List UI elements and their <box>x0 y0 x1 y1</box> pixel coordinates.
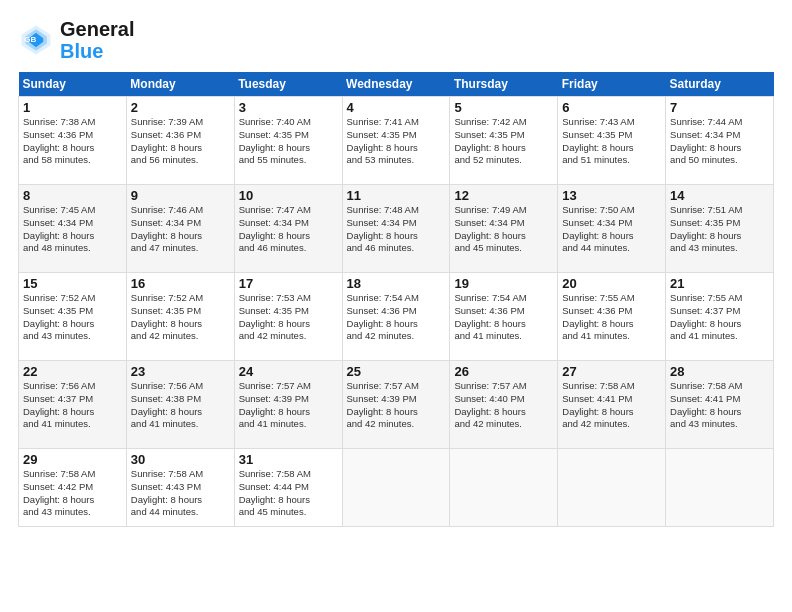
day-info: Sunrise: 7:52 AMSunset: 4:35 PMDaylight:… <box>23 292 122 343</box>
calendar-cell: 3 Sunrise: 7:40 AMSunset: 4:35 PMDayligh… <box>234 97 342 185</box>
day-info: Sunrise: 7:51 AMSunset: 4:35 PMDaylight:… <box>670 204 769 255</box>
day-info: Sunrise: 7:44 AMSunset: 4:34 PMDaylight:… <box>670 116 769 167</box>
day-number: 6 <box>562 100 661 115</box>
calendar-cell <box>342 449 450 527</box>
calendar-cell: 21 Sunrise: 7:55 AMSunset: 4:37 PMDaylig… <box>666 273 774 361</box>
calendar-cell <box>450 449 558 527</box>
day-info: Sunrise: 7:57 AMSunset: 4:40 PMDaylight:… <box>454 380 553 431</box>
day-number: 25 <box>347 364 446 379</box>
day-number: 24 <box>239 364 338 379</box>
week-row-2: 8 Sunrise: 7:45 AMSunset: 4:34 PMDayligh… <box>19 185 774 273</box>
day-info: Sunrise: 7:58 AMSunset: 4:42 PMDaylight:… <box>23 468 122 519</box>
day-number: 28 <box>670 364 769 379</box>
day-info: Sunrise: 7:42 AMSunset: 4:35 PMDaylight:… <box>454 116 553 167</box>
calendar-cell: 1 Sunrise: 7:38 AMSunset: 4:36 PMDayligh… <box>19 97 127 185</box>
day-number: 2 <box>131 100 230 115</box>
day-number: 30 <box>131 452 230 467</box>
day-number: 15 <box>23 276 122 291</box>
day-info: Sunrise: 7:55 AMSunset: 4:36 PMDaylight:… <box>562 292 661 343</box>
calendar-cell: 23 Sunrise: 7:56 AMSunset: 4:38 PMDaylig… <box>126 361 234 449</box>
calendar-cell: 15 Sunrise: 7:52 AMSunset: 4:35 PMDaylig… <box>19 273 127 361</box>
calendar-cell: 29 Sunrise: 7:58 AMSunset: 4:42 PMDaylig… <box>19 449 127 527</box>
day-number: 21 <box>670 276 769 291</box>
day-info: Sunrise: 7:47 AMSunset: 4:34 PMDaylight:… <box>239 204 338 255</box>
day-info: Sunrise: 7:58 AMSunset: 4:41 PMDaylight:… <box>562 380 661 431</box>
day-info: Sunrise: 7:57 AMSunset: 4:39 PMDaylight:… <box>239 380 338 431</box>
calendar-cell: 10 Sunrise: 7:47 AMSunset: 4:34 PMDaylig… <box>234 185 342 273</box>
calendar-cell: 20 Sunrise: 7:55 AMSunset: 4:36 PMDaylig… <box>558 273 666 361</box>
day-number: 18 <box>347 276 446 291</box>
day-info: Sunrise: 7:56 AMSunset: 4:37 PMDaylight:… <box>23 380 122 431</box>
svg-text:GB: GB <box>24 35 36 44</box>
day-number: 16 <box>131 276 230 291</box>
calendar-cell: 16 Sunrise: 7:52 AMSunset: 4:35 PMDaylig… <box>126 273 234 361</box>
calendar-cell: 13 Sunrise: 7:50 AMSunset: 4:34 PMDaylig… <box>558 185 666 273</box>
calendar-cell: 19 Sunrise: 7:54 AMSunset: 4:36 PMDaylig… <box>450 273 558 361</box>
calendar-cell: 31 Sunrise: 7:58 AMSunset: 4:44 PMDaylig… <box>234 449 342 527</box>
day-number: 14 <box>670 188 769 203</box>
calendar-cell: 7 Sunrise: 7:44 AMSunset: 4:34 PMDayligh… <box>666 97 774 185</box>
calendar-cell: 11 Sunrise: 7:48 AMSunset: 4:34 PMDaylig… <box>342 185 450 273</box>
week-row-4: 22 Sunrise: 7:56 AMSunset: 4:37 PMDaylig… <box>19 361 774 449</box>
calendar-cell: 22 Sunrise: 7:56 AMSunset: 4:37 PMDaylig… <box>19 361 127 449</box>
day-number: 17 <box>239 276 338 291</box>
day-number: 8 <box>23 188 122 203</box>
day-number: 5 <box>454 100 553 115</box>
calendar-cell <box>666 449 774 527</box>
day-number: 26 <box>454 364 553 379</box>
calendar-cell: 18 Sunrise: 7:54 AMSunset: 4:36 PMDaylig… <box>342 273 450 361</box>
weekday-header-saturday: Saturday <box>666 72 774 97</box>
day-info: Sunrise: 7:40 AMSunset: 4:35 PMDaylight:… <box>239 116 338 167</box>
weekday-header-friday: Friday <box>558 72 666 97</box>
calendar-cell: 27 Sunrise: 7:58 AMSunset: 4:41 PMDaylig… <box>558 361 666 449</box>
day-info: Sunrise: 7:50 AMSunset: 4:34 PMDaylight:… <box>562 204 661 255</box>
header: GB GeneralBlue <box>18 18 774 62</box>
day-number: 23 <box>131 364 230 379</box>
day-number: 10 <box>239 188 338 203</box>
day-number: 4 <box>347 100 446 115</box>
day-number: 1 <box>23 100 122 115</box>
calendar-cell: 17 Sunrise: 7:53 AMSunset: 4:35 PMDaylig… <box>234 273 342 361</box>
day-info: Sunrise: 7:57 AMSunset: 4:39 PMDaylight:… <box>347 380 446 431</box>
calendar-cell: 24 Sunrise: 7:57 AMSunset: 4:39 PMDaylig… <box>234 361 342 449</box>
day-number: 9 <box>131 188 230 203</box>
calendar-cell: 2 Sunrise: 7:39 AMSunset: 4:36 PMDayligh… <box>126 97 234 185</box>
day-info: Sunrise: 7:41 AMSunset: 4:35 PMDaylight:… <box>347 116 446 167</box>
calendar-cell: 12 Sunrise: 7:49 AMSunset: 4:34 PMDaylig… <box>450 185 558 273</box>
weekday-header-wednesday: Wednesday <box>342 72 450 97</box>
day-info: Sunrise: 7:58 AMSunset: 4:43 PMDaylight:… <box>131 468 230 519</box>
calendar-table: SundayMondayTuesdayWednesdayThursdayFrid… <box>18 72 774 527</box>
calendar-cell: 4 Sunrise: 7:41 AMSunset: 4:35 PMDayligh… <box>342 97 450 185</box>
calendar-cell: 5 Sunrise: 7:42 AMSunset: 4:35 PMDayligh… <box>450 97 558 185</box>
day-number: 12 <box>454 188 553 203</box>
week-row-5: 29 Sunrise: 7:58 AMSunset: 4:42 PMDaylig… <box>19 449 774 527</box>
day-info: Sunrise: 7:54 AMSunset: 4:36 PMDaylight:… <box>454 292 553 343</box>
day-info: Sunrise: 7:56 AMSunset: 4:38 PMDaylight:… <box>131 380 230 431</box>
week-row-1: 1 Sunrise: 7:38 AMSunset: 4:36 PMDayligh… <box>19 97 774 185</box>
day-info: Sunrise: 7:43 AMSunset: 4:35 PMDaylight:… <box>562 116 661 167</box>
day-number: 20 <box>562 276 661 291</box>
weekday-header-monday: Monday <box>126 72 234 97</box>
weekday-header-thursday: Thursday <box>450 72 558 97</box>
logo-text: GeneralBlue <box>60 18 134 62</box>
day-info: Sunrise: 7:49 AMSunset: 4:34 PMDaylight:… <box>454 204 553 255</box>
day-number: 29 <box>23 452 122 467</box>
day-number: 31 <box>239 452 338 467</box>
day-info: Sunrise: 7:45 AMSunset: 4:34 PMDaylight:… <box>23 204 122 255</box>
day-info: Sunrise: 7:38 AMSunset: 4:36 PMDaylight:… <box>23 116 122 167</box>
day-number: 7 <box>670 100 769 115</box>
calendar-cell: 30 Sunrise: 7:58 AMSunset: 4:43 PMDaylig… <box>126 449 234 527</box>
page-container: GB GeneralBlue SundayMondayTuesdayWednes… <box>0 0 792 537</box>
day-number: 11 <box>347 188 446 203</box>
week-row-3: 15 Sunrise: 7:52 AMSunset: 4:35 PMDaylig… <box>19 273 774 361</box>
calendar-cell <box>558 449 666 527</box>
calendar-cell: 8 Sunrise: 7:45 AMSunset: 4:34 PMDayligh… <box>19 185 127 273</box>
logo-icon: GB <box>18 22 54 58</box>
day-number: 3 <box>239 100 338 115</box>
calendar-cell: 28 Sunrise: 7:58 AMSunset: 4:41 PMDaylig… <box>666 361 774 449</box>
day-info: Sunrise: 7:52 AMSunset: 4:35 PMDaylight:… <box>131 292 230 343</box>
day-info: Sunrise: 7:39 AMSunset: 4:36 PMDaylight:… <box>131 116 230 167</box>
weekday-header-row: SundayMondayTuesdayWednesdayThursdayFrid… <box>19 72 774 97</box>
calendar-cell: 9 Sunrise: 7:46 AMSunset: 4:34 PMDayligh… <box>126 185 234 273</box>
calendar-cell: 25 Sunrise: 7:57 AMSunset: 4:39 PMDaylig… <box>342 361 450 449</box>
